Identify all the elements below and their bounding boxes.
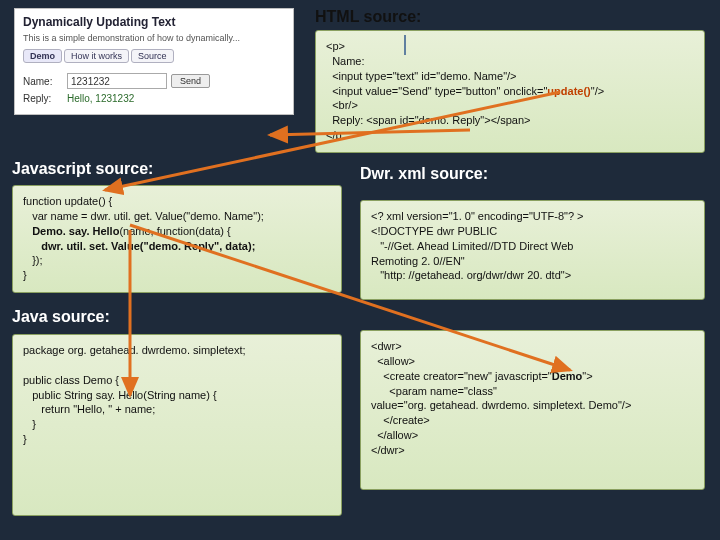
code-line: "http: //getahead. org/dwr/dwr 20. dtd">	[371, 269, 571, 281]
code-line: public String say. Hello(String name) {	[23, 389, 217, 401]
code-line: </dwr>	[371, 444, 405, 456]
code-line: <dwr>	[371, 340, 402, 352]
demo-screenshot: Dynamically Updating Text This is a simp…	[14, 8, 294, 115]
dwr-xml-source-heading: Dwr. xml source:	[360, 165, 488, 183]
code-line: function update() {	[23, 195, 112, 207]
code-line: Remoting 2. 0//EN"	[371, 255, 465, 267]
code-highlight-demo-sayhello: Demo. say. Hello	[32, 225, 119, 237]
reply-label: Reply:	[23, 93, 63, 104]
code-line	[23, 225, 32, 237]
code-highlight-update: update()	[547, 85, 590, 97]
code-line: </allow>	[371, 429, 418, 441]
html-source-code: <p> Name: <input type="text" id="demo. N…	[315, 30, 705, 153]
code-line: public class Demo {	[23, 374, 119, 386]
javascript-source-heading: Javascript source:	[12, 160, 153, 178]
tab-source[interactable]: Source	[131, 49, 174, 63]
code-line: }	[23, 269, 27, 281]
javascript-source-code: function update() { var name = dwr. util…	[12, 185, 342, 293]
code-line: <allow>	[371, 355, 415, 367]
tab-demo[interactable]: Demo	[23, 49, 62, 63]
code-line: value="org. getahead. dwrdemo. simpletex…	[371, 399, 631, 411]
tab-how-it-works[interactable]: How it works	[64, 49, 129, 63]
code-line: Name:	[326, 55, 365, 67]
dwr-xml-header-code: <? xml version="1. 0" encoding="UTF-8"? …	[360, 200, 705, 300]
code-line: return "Hello, " + name;	[23, 403, 155, 415]
code-line: <br/>	[326, 99, 358, 111]
code-line	[23, 240, 41, 252]
code-highlight-setvalue: dwr. util. set. Value("demo. Reply", dat…	[41, 240, 255, 252]
code-line: <create creator="new" javascript="	[371, 370, 552, 382]
name-label: Name:	[23, 76, 63, 87]
demo-description: This is a simple demonstration of how to…	[23, 33, 285, 43]
demo-title: Dynamically Updating Text	[23, 15, 285, 29]
reply-value: Hello, 1231232	[67, 93, 134, 104]
code-line: package org. getahead. dwrdemo. simplete…	[23, 344, 246, 356]
code-line: </create>	[371, 414, 430, 426]
code-line: }	[23, 418, 36, 430]
code-line: (name, function(data) {	[119, 225, 230, 237]
dwr-xml-body-code: <dwr> <allow> <create creator="new" java…	[360, 330, 705, 490]
code-line: });	[23, 254, 43, 266]
code-line: <p>	[326, 40, 345, 52]
code-line: <input type="text" id="demo. Name"/>	[326, 70, 517, 82]
code-line: }	[23, 433, 27, 445]
send-button[interactable]: Send	[171, 74, 210, 88]
java-source-code: package org. getahead. dwrdemo. simplete…	[12, 334, 342, 516]
html-source-heading: HTML source:	[315, 8, 421, 26]
demo-tabs: Demo How it works Source	[23, 49, 285, 63]
code-line: <? xml version="1. 0" encoding="UTF-8"? …	[371, 210, 584, 222]
code-line: "/>	[591, 85, 604, 97]
java-source-heading: Java source:	[12, 308, 110, 326]
code-line: ">	[582, 370, 592, 382]
name-input[interactable]: 1231232	[67, 73, 167, 89]
code-line: var name = dwr. util. get. Value("demo. …	[23, 210, 264, 222]
code-line: </p	[326, 129, 342, 141]
code-line: "-//Get. Ahead Limited//DTD Direct Web	[371, 240, 573, 252]
code-line: <input value="Send" type="button" onclic…	[326, 85, 547, 97]
code-highlight-demo: Demo	[552, 370, 583, 382]
code-line: <param name="class"	[371, 385, 497, 397]
code-line: <!DOCTYPE dwr PUBLIC	[371, 225, 497, 237]
code-line: Reply: <span id="demo. Reply"></span>	[326, 114, 530, 126]
